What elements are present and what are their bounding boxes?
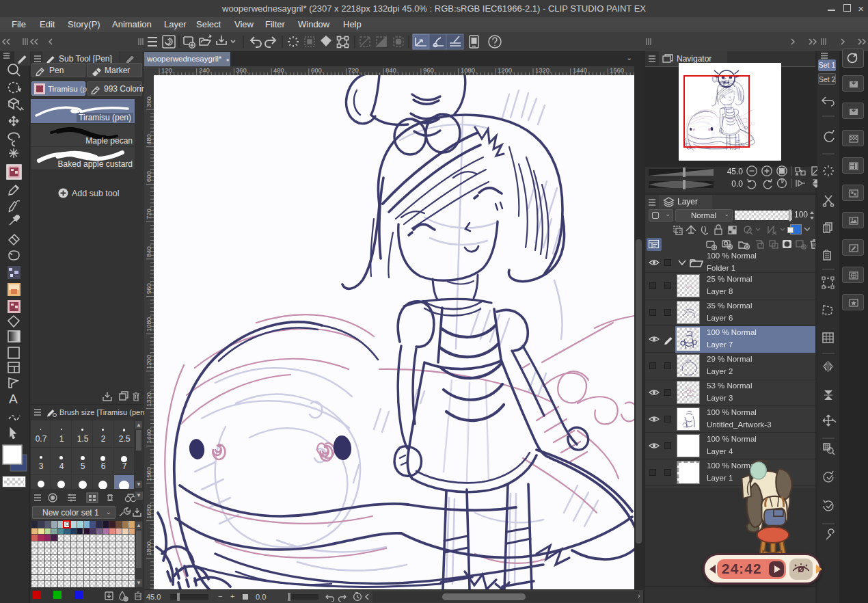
svg-text:960.: 960. bbox=[423, 66, 436, 74]
svg-text:840.: 840. bbox=[385, 66, 398, 74]
svg-text:600.: 600. bbox=[311, 66, 324, 74]
svg-text:1080.: 1080. bbox=[145, 315, 152, 332]
svg-text:1560.: 1560. bbox=[610, 66, 626, 74]
svg-text:120.: 120. bbox=[161, 66, 174, 74]
svg-text:840.: 840. bbox=[145, 245, 152, 258]
svg-text:360.: 360. bbox=[236, 66, 249, 74]
svg-text:720.: 720. bbox=[145, 207, 152, 220]
svg-text:360.: 360. bbox=[145, 95, 152, 108]
svg-text:600.: 600. bbox=[145, 170, 152, 183]
svg-text:1680.: 1680. bbox=[145, 502, 152, 519]
svg-text:960.: 960. bbox=[145, 282, 152, 295]
svg-text:480.: 480. bbox=[145, 133, 152, 146]
svg-text:240.: 240. bbox=[199, 66, 212, 74]
svg-text:1080.: 1080. bbox=[461, 66, 477, 74]
svg-text:720.: 720. bbox=[348, 66, 361, 74]
svg-text:1200.: 1200. bbox=[145, 353, 152, 369]
svg-text:A: A bbox=[9, 392, 18, 406]
svg-text:1440.: 1440. bbox=[145, 427, 152, 444]
svg-text:1320.: 1320. bbox=[145, 390, 152, 407]
svg-text:1560.: 1560. bbox=[145, 465, 152, 481]
svg-text:1440.: 1440. bbox=[573, 66, 589, 74]
svg-text:1320.: 1320. bbox=[535, 66, 552, 74]
svg-text:480.: 480. bbox=[273, 66, 286, 74]
svg-text:1200.: 1200. bbox=[498, 66, 514, 74]
svg-text:1800.: 1800. bbox=[145, 539, 152, 556]
